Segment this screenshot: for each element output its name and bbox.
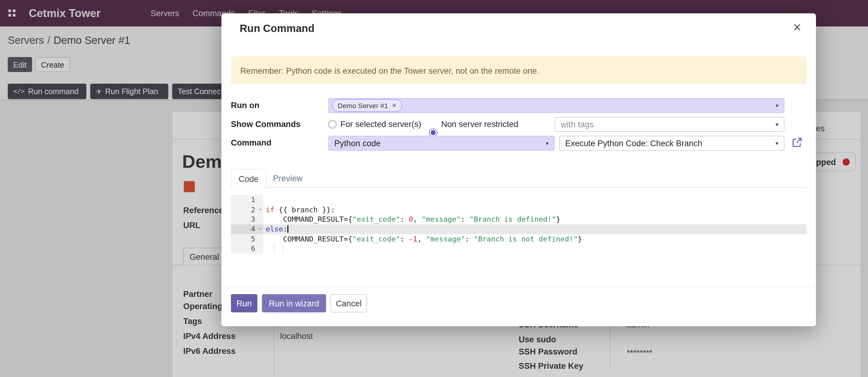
radio-for-selected-servers-label[interactable]: For selected server(s): [341, 119, 421, 128]
tag-remove-icon[interactable]: ✕: [392, 102, 397, 108]
chevron-down-icon[interactable]: ▾: [775, 140, 784, 146]
run-in-wizard-button[interactable]: Run in wizard: [262, 294, 326, 313]
code-editor[interactable]: 12▾if {{ branch }}:3 COMMAND_RESULT={"ex…: [231, 195, 807, 256]
chevron-down-icon[interactable]: ▾: [775, 121, 784, 127]
line-number: 5: [231, 234, 262, 244]
command-type-select[interactable]: Python code ▾: [329, 136, 555, 151]
line-number: 6: [231, 244, 262, 254]
open-command-button[interactable]: [792, 137, 803, 148]
command-type-value: Python code: [329, 139, 380, 148]
external-link-icon: [792, 137, 803, 148]
command-select[interactable]: Execute Python Code: Check Branch ▾: [559, 136, 784, 151]
line-number: 1: [231, 195, 262, 205]
tab-preview[interactable]: Preview: [266, 169, 310, 187]
code-line-2[interactable]: 2▾if {{ branch }}:: [231, 205, 807, 214]
code-line-6[interactable]: 6: [231, 244, 807, 254]
code-line-4[interactable]: 4▾else:: [231, 225, 807, 234]
with-tags-placeholder: with tags: [555, 120, 593, 129]
run-command-modal: Run Command × Remember: Python code is e…: [222, 13, 816, 326]
server-tag-chip: Demo Server #1 ✕: [332, 99, 402, 112]
screen: Cetmix Tower ServersCommandsFilesToolsSe…: [0, 0, 868, 377]
server-tag-label: Demo Server #1: [338, 102, 389, 109]
footer-divider: [222, 286, 816, 287]
run-on-field[interactable]: Demo Server #1 ✕ ▾: [329, 98, 785, 113]
stage: Cetmix Tower ServersCommandsFilesToolsSe…: [0, 0, 868, 377]
cancel-button[interactable]: Cancel: [331, 294, 367, 313]
radio-non-server-restricted-label[interactable]: Non server restricted: [441, 119, 518, 128]
close-icon[interactable]: ×: [789, 19, 806, 36]
command-label: Command: [231, 138, 271, 147]
radio-for-selected-servers[interactable]: [329, 120, 337, 128]
indent-guide: [283, 244, 283, 253]
chevron-down-icon[interactable]: ▾: [775, 102, 784, 108]
line-number: 2▾: [231, 205, 262, 214]
show-commands-label: Show Commands: [231, 119, 300, 128]
fold-arrow-icon[interactable]: ▾: [259, 205, 262, 214]
fold-arrow-icon[interactable]: ▾: [259, 225, 262, 234]
run-on-label: Run on: [231, 100, 259, 110]
code-line-5[interactable]: 5 COMMAND_RESULT={"exit_code": -1, "mess…: [231, 234, 807, 244]
chevron-down-icon[interactable]: ▾: [546, 140, 554, 146]
line-number: 3: [231, 215, 262, 225]
tabs-divider: [231, 187, 807, 188]
command-value: Execute Python Code: Check Branch: [560, 139, 703, 148]
code-line-1[interactable]: 1: [231, 195, 807, 205]
modal-title: Run Command: [240, 21, 315, 37]
python-warning-alert: Remember: Python code is executed on the…: [231, 57, 807, 84]
indent-guide: [274, 244, 275, 253]
with-tags-dropdown[interactable]: with tags ▾: [555, 117, 785, 132]
line-number: 4▾: [231, 225, 262, 234]
alert-text: Remember: Python code is executed on the…: [240, 66, 539, 75]
code-line-3[interactable]: 3 COMMAND_RESULT={"exit_code": 0, "messa…: [231, 215, 807, 225]
tab-code[interactable]: Code: [231, 169, 266, 188]
text-cursor: [287, 225, 288, 233]
code-editor-lines: 12▾if {{ branch }}:3 COMMAND_RESULT={"ex…: [231, 195, 807, 254]
run-button[interactable]: Run: [231, 294, 257, 313]
